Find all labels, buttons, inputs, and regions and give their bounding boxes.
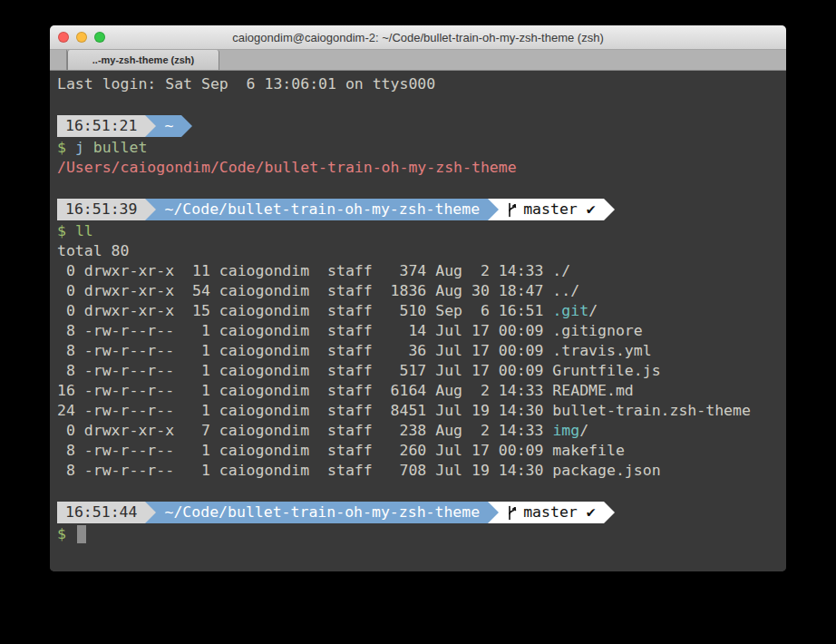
close-button[interactable]: [58, 32, 69, 43]
powerline-arrow: [488, 199, 499, 220]
powerline-arrow: [145, 502, 156, 523]
terminal-text: img: [552, 421, 579, 441]
terminal-text: .git: [552, 301, 588, 321]
terminal-line: 8 -rw-r--r-- 1 caiogondim staff 260 Jul …: [57, 441, 786, 461]
title-bar[interactable]: caiogondim@caiogondim-2: ~/Code/bullet-t…: [50, 25, 786, 50]
powerline-arrow: [181, 115, 192, 137]
terminal-line: 24 -rw-r--r-- 1 caiogondim staff 8451 Ju…: [57, 401, 786, 421]
terminal-text: total 80: [57, 241, 129, 261]
terminal-body[interactable]: Last login: Sat Sep 6 13:06:01 on ttys00…: [50, 71, 786, 571]
terminal-line: total 80: [57, 241, 786, 261]
terminal-line: 8 -rw-r--r-- 1 caiogondim staff 517 Jul …: [57, 361, 786, 381]
window-title: caiogondim@caiogondim-2: ~/Code/bullet-t…: [232, 31, 604, 44]
prompt-line: 16:51:21~: [57, 114, 786, 138]
powerline-arrow: [145, 199, 156, 220]
terminal-line: 0 drwxr-xr-x 54 caiogondim staff 1836 Au…: [57, 281, 786, 301]
powerline-arrow: [604, 199, 615, 220]
zoom-button[interactable]: [94, 32, 105, 43]
minimize-button[interactable]: [76, 32, 87, 43]
terminal-text: $: [57, 524, 75, 544]
desktop: { "window": { "title": "caiogondim@caiog…: [0, 0, 836, 644]
terminal-line: $: [57, 524, 786, 544]
terminal-text: j: [75, 138, 93, 158]
terminal-line: 16 -rw-r--r-- 1 caiogondim staff 6164 Au…: [57, 381, 786, 401]
git-branch-label: master ✔: [523, 200, 595, 220]
prompt-line: 16:51:44~/Code/bullet-train-oh-my-zsh-th…: [57, 501, 786, 524]
terminal-text: Last login: Sat Sep 6 13:06:01 on ttys00…: [57, 74, 435, 94]
block-cursor: [77, 525, 86, 543]
terminal-line: 8 -rw-r--r-- 1 caiogondim staff 36 Jul 1…: [57, 341, 786, 361]
git-branch-icon: [507, 505, 518, 521]
terminal-text: 0 drwxr-xr-x 7 caiogondim staff 238 Aug …: [57, 421, 552, 441]
prompt-time-segment: 16:51:39: [57, 199, 145, 220]
tab-bar: ..-my-zsh-theme (zsh): [50, 50, 786, 71]
tab-my-zsh-theme[interactable]: ..-my-zsh-theme (zsh): [67, 50, 219, 70]
terminal-text: 16 -rw-r--r-- 1 caiogondim staff 6164 Au…: [57, 381, 634, 401]
terminal-text: $: [57, 138, 75, 158]
prompt-git-segment: master ✔: [499, 502, 603, 523]
terminal-line: $ ll: [57, 221, 786, 241]
terminal-text: $: [57, 221, 75, 241]
terminal-text: bullet: [93, 138, 148, 158]
terminal-text: 0 drwxr-xr-x 15 caiogondim staff 510 Sep…: [57, 301, 552, 321]
terminal-text: 8 -rw-r--r-- 1 caiogondim staff 260 Jul …: [57, 441, 625, 461]
powerline-arrow: [488, 502, 499, 523]
terminal-text: /: [588, 301, 598, 321]
terminal-text: ll: [75, 221, 93, 241]
terminal-text: /Users/caiogondim/Code/bullet-train-oh-m…: [57, 158, 517, 178]
terminal-text: 24 -rw-r--r-- 1 caiogondim staff 8451 Ju…: [57, 401, 751, 421]
powerline-arrow: [604, 502, 615, 523]
prompt-dir-segment: ~/Code/bullet-train-oh-my-zsh-theme: [156, 502, 488, 523]
terminal-line: 8 -rw-r--r-- 1 caiogondim staff 14 Jul 1…: [57, 321, 786, 341]
terminal-text: /: [579, 421, 588, 441]
prompt-line: 16:51:39~/Code/bullet-train-oh-my-zsh-th…: [57, 198, 786, 221]
terminal-line: [57, 178, 786, 198]
git-branch-icon: [507, 202, 518, 218]
terminal-line: [57, 94, 786, 114]
terminal-text: 8 -rw-r--r-- 1 caiogondim staff 14 Jul 1…: [57, 321, 643, 341]
prompt-time-segment: 16:51:44: [57, 502, 145, 523]
powerline-arrow: [145, 115, 156, 137]
prompt-dir-segment: ~/Code/bullet-train-oh-my-zsh-theme: [156, 199, 488, 220]
prompt-dir-segment: ~: [156, 115, 181, 137]
terminal-text: 8 -rw-r--r-- 1 caiogondim staff 36 Jul 1…: [57, 341, 652, 361]
window-controls: [58, 25, 105, 49]
terminal-line: [57, 481, 786, 501]
terminal-line: 0 drwxr-xr-x 15 caiogondim staff 510 Sep…: [57, 301, 786, 321]
terminal-text: 0 drwxr-xr-x 11 caiogondim staff 374 Aug…: [57, 261, 570, 281]
terminal-line: 0 drwxr-xr-x 11 caiogondim staff 374 Aug…: [57, 261, 786, 281]
prompt-git-segment: master ✔: [499, 199, 603, 220]
terminal-window: caiogondim@caiogondim-2: ~/Code/bullet-t…: [50, 25, 786, 571]
git-branch-label: master ✔: [523, 503, 595, 522]
terminal-text: 8 -rw-r--r-- 1 caiogondim staff 517 Jul …: [57, 361, 661, 381]
terminal-text: 8 -rw-r--r-- 1 caiogondim staff 708 Jul …: [57, 461, 661, 481]
terminal-line: Last login: Sat Sep 6 13:06:01 on ttys00…: [57, 74, 786, 94]
terminal-text: 0 drwxr-xr-x 54 caiogondim staff 1836 Au…: [57, 281, 579, 301]
terminal-line: $ j bullet: [57, 138, 786, 158]
prompt-time-segment: 16:51:21: [57, 115, 145, 137]
tab-edge-stub: [50, 50, 67, 70]
terminal-line: 0 drwxr-xr-x 7 caiogondim staff 238 Aug …: [57, 421, 786, 441]
terminal-line: 8 -rw-r--r-- 1 caiogondim staff 708 Jul …: [57, 461, 786, 481]
tab-label: ..-my-zsh-theme (zsh): [92, 54, 194, 65]
terminal-line: /Users/caiogondim/Code/bullet-train-oh-m…: [57, 158, 786, 178]
